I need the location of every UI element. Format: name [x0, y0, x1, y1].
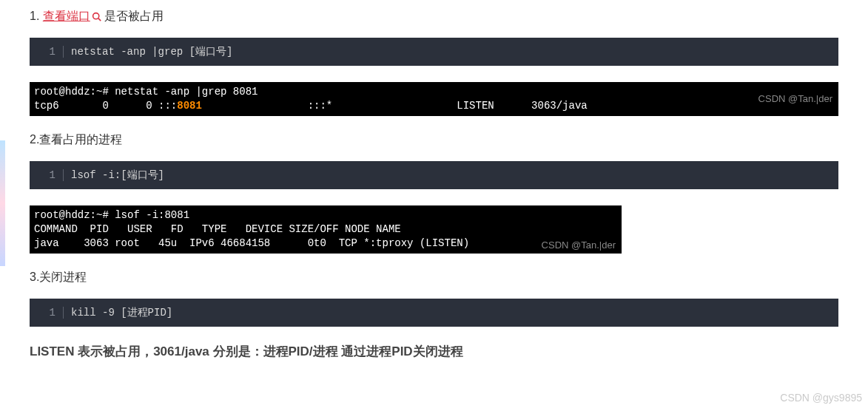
code-block-3[interactable]: 1 kill -9 [进程PID] — [30, 299, 838, 327]
term2-line3: java 3063 root 45u IPv6 46684158 0t0 TCP… — [34, 237, 469, 249]
term2-line1: root@hddz:~# lsof -i:8081 — [34, 209, 189, 221]
step-2-heading: 2.查看占用的进程 — [30, 132, 838, 148]
search-icon[interactable] — [92, 12, 101, 21]
code-lineno: 1 — [30, 46, 64, 58]
decorative-stripe — [0, 140, 5, 266]
article-body: 1. 查看端口 是否被占用 1 netstat -anp |grep [端口号]… — [0, 0, 868, 360]
step-1-num: 1. — [30, 10, 43, 22]
code-block-1[interactable]: 1 netstat -anp |grep [端口号] — [30, 38, 838, 66]
term1-line2-after: :::* LISTEN 3063/java — [202, 100, 588, 112]
svg-point-0 — [92, 13, 98, 19]
terminal-output-2: root@hddz:~# lsof -i:8081 COMMAND PID US… — [30, 205, 622, 254]
summary-text: LISTEN 表示被占用，3061/java 分别是：进程PID/进程 通过进程… — [30, 343, 838, 360]
check-port-link[interactable]: 查看端口 — [43, 10, 90, 22]
code-content: lsof -i:[端口号] — [64, 169, 164, 182]
code-lineno: 1 — [30, 169, 64, 181]
page-watermark: CSDN @gys9895 — [780, 392, 862, 404]
step-3-heading: 3.关闭进程 — [30, 270, 838, 285]
code-lineno: 1 — [30, 307, 64, 319]
code-content: netstat -anp |grep [端口号] — [64, 45, 232, 58]
term2-line2: COMMAND PID USER FD TYPE DEVICE SIZE/OFF… — [34, 223, 401, 235]
term1-line1: root@hddz:~# netstat -anp |grep 8081 — [34, 86, 258, 98]
term1-line2-before: tcp6 0 0 ::: — [34, 100, 177, 112]
step-1-tail: 是否被占用 — [101, 10, 164, 22]
code-block-2[interactable]: 1 lsof -i:[端口号] — [30, 161, 838, 189]
terminal-2-watermark: CSDN @Tan.|der — [542, 239, 616, 252]
step-1-heading: 1. 查看端口 是否被占用 — [30, 9, 838, 24]
svg-line-1 — [98, 18, 101, 21]
terminal-1-watermark: CSDN @Tan.|der — [758, 92, 832, 106]
terminal-output-1: root@hddz:~# netstat -anp |grep 8081 tcp… — [30, 82, 838, 116]
term1-port-highlight: 8081 — [177, 100, 202, 112]
check-port-link-text: 查看端口 — [43, 10, 90, 22]
code-content: kill -9 [进程PID] — [64, 306, 172, 319]
